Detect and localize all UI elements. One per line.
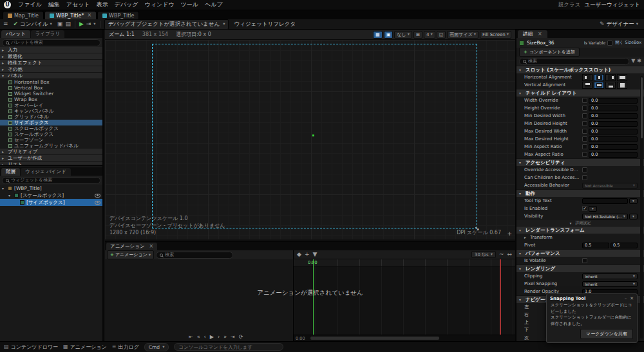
number-field[interactable]: 0.0 [589,136,638,142]
number-field[interactable]: 0.0 [589,98,638,104]
widget-reflector-button[interactable]: ウィジェットリフレクタ [231,20,298,29]
step-forward-icon[interactable]: › [218,335,220,340]
browse-asset-icon[interactable]: ▤ [65,21,71,27]
text-input[interactable] [582,198,628,204]
palette-item-2[interactable]: Widget Switcher [0,91,102,97]
chevron-down-icon[interactable]: ▾ [50,22,52,26]
hierarchy-node-0[interactable]: ▾[スケールボックス] [0,192,102,199]
details-search-field[interactable] [528,59,625,64]
asset-tab-0[interactable]: Map_Title [3,11,44,19]
pivot-x-field[interactable]: 0.5 [582,243,609,248]
hierarchy-root[interactable]: ▾[WBP_Title] [0,185,102,192]
valign-fill-button[interactable] [617,82,627,89]
widget-selection-outline[interactable] [152,44,477,228]
localization-preview-dropdown[interactable]: なし▾ [394,31,412,39]
override-checkbox[interactable] [582,113,587,118]
hierarchy-search-field[interactable] [11,178,97,183]
console-command-input[interactable] [174,343,283,351]
valign-bottom-button[interactable] [605,82,616,89]
number-field[interactable]: 0.0 [589,152,638,158]
override-checkbox[interactable] [582,144,587,149]
palette-item-1[interactable]: Vertical Box [0,85,102,91]
is-variable-checkbox[interactable] [607,41,612,46]
tab-animations[interactable]: アニメーション × [106,243,157,250]
jump-forward-icon[interactable]: » [223,335,227,340]
menu-item-3[interactable]: 表示 [93,0,111,10]
details-search-input[interactable] [519,58,629,65]
animation-search-field[interactable] [165,252,229,257]
play-button[interactable]: ▶ [79,21,84,27]
timeline-tracks[interactable] [294,267,515,335]
details-scrollbar[interactable] [640,76,643,338]
main-menu-icon[interactable]: ≡ [3,21,8,27]
range-thumb[interactable] [310,337,439,340]
minimize-icon[interactable]: – [625,296,627,301]
bind-button[interactable]: ▾ [629,198,638,204]
filter-funnel-icon[interactable]: ▼ [631,59,635,64]
unreal-logo-icon[interactable]: U [4,1,11,8]
end-marker[interactable] [500,259,501,335]
valign-top-button[interactable] [582,82,592,89]
override-checkbox[interactable] [582,129,587,134]
open-sizebox-link[interactable]: 開く SizeBox [615,40,641,46]
tab-details[interactable]: 詳細 × [518,30,547,38]
play-options-icon[interactable]: ▾ [93,22,95,26]
menu-item-0[interactable]: ファイル [15,0,45,10]
menu-item-7[interactable]: ヘルプ [202,0,226,10]
close-icon[interactable]: × [538,32,542,37]
playhead[interactable] [313,259,314,335]
number-field[interactable]: 0.0 [589,106,638,111]
save-icon[interactable]: ▣ [57,21,63,27]
fps-dropdown[interactable]: 30 fps ▾ [471,251,496,258]
number-field[interactable]: 0.0 [589,121,638,127]
checkbox[interactable] [582,175,587,180]
parent-class-link[interactable]: ユーザーウィジェット [584,1,640,9]
timeline-ruler[interactable]: 0:00 [294,259,515,267]
bind-button[interactable]: ▾ [629,214,638,219]
animation-search-input[interactable] [156,252,233,259]
go-to-end-icon[interactable]: ⇥ [231,335,235,340]
animation-list[interactable] [105,259,293,341]
cmd-dropdown[interactable]: Cmd ▾ [144,343,169,351]
debug-object-dropdown[interactable]: デバッグオブジェクトが選択されていません ▾ [104,19,229,30]
tab-widget-bind[interactable]: ウィジェ バインド [21,168,71,176]
dropdown[interactable]: Not Accessible▾ [582,183,638,189]
animation-drawer-button[interactable]: ▦ アニメーション [63,344,107,351]
palette-category-1[interactable]: ▸最適化 [0,53,102,60]
add-key-icon[interactable]: + [305,252,310,257]
gear-icon[interactable]: ✱ [637,59,641,64]
palette-search-field[interactable] [11,40,97,45]
asset-tab-2[interactable]: WBP_Title [97,11,139,19]
dropdown[interactable]: Inherit▾ [582,281,638,287]
scrollbar-thumb[interactable] [641,77,643,138]
bind-button[interactable]: ▾ [589,206,597,212]
grid-snap-toggle[interactable]: ⊞ [413,31,422,39]
close-icon[interactable]: × [87,13,91,18]
tab-library[interactable]: ライブラリ [31,30,64,38]
screen-size-dropdown[interactable]: 画面サイズ▾ [447,31,478,39]
zoom-to-fit-button[interactable]: ◱ [437,31,446,39]
checkbox[interactable] [582,258,587,263]
dropdown[interactable]: Not Hit-Testable (Self Only)▾ [582,214,628,219]
tab-palette[interactable]: パレット [1,30,30,38]
palette-category-bottom-0[interactable]: ▸プリミティブ [0,149,102,155]
palette-search-input[interactable] [2,39,100,46]
step-back-icon[interactable]: ‹ [204,335,206,340]
palette-category-panel[interactable]: ▾パネル [0,73,102,79]
close-icon[interactable]: × [149,244,154,249]
halign-left-button[interactable] [582,74,592,81]
details-section-header-2[interactable]: ▾アクセシビリティ [516,158,644,166]
details-section-header-3[interactable]: ▾動作 [516,189,644,197]
advanced-expander[interactable]: ▾詳細設定 [516,220,644,226]
menu-item-2[interactable]: アセット [63,0,93,10]
share-markdown-button[interactable]: マークダウンを共有 [580,329,633,339]
halign-fill-button[interactable] [617,74,627,81]
skip-to-end-icon[interactable]: ⇥ [86,21,91,27]
menu-item-5[interactable]: ウィンドウ [142,0,178,10]
halign-right-button[interactable] [605,74,616,81]
jump-back-icon[interactable]: « [197,335,200,340]
override-checkbox[interactable] [582,152,587,157]
design-canvas[interactable]: ↘ デバイスコンテンツスケール 1.0 デバイスセーフゾーン - プリセットがあ… [105,40,515,239]
timeline-scrollbar[interactable]: 0:00 [294,335,515,341]
palette-category-0[interactable]: ▸入力 [0,47,102,53]
